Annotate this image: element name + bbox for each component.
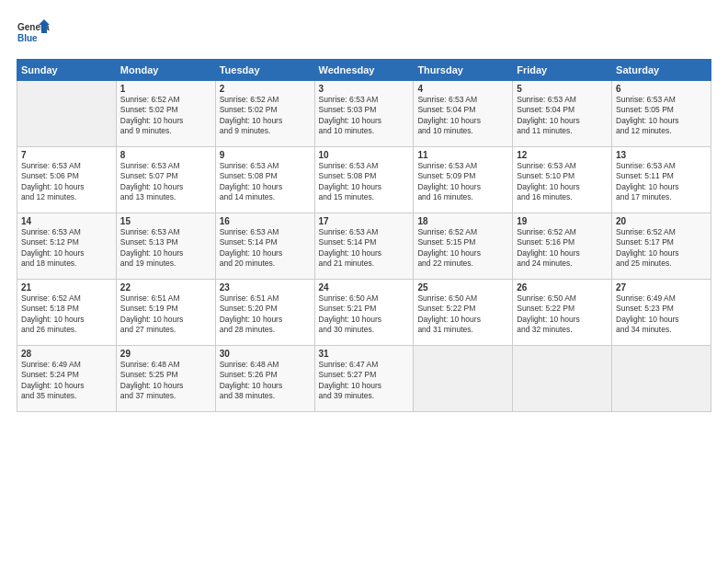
day-number: 23 [220,282,311,293]
day-info: Sunrise: 6:52 AM Sunset: 5:02 PM Dayligh… [120,95,211,137]
day-info: Sunrise: 6:53 AM Sunset: 5:13 PM Dayligh… [120,227,211,270]
day-info: Sunrise: 6:53 AM Sunset: 5:06 PM Dayligh… [21,161,112,203]
calendar-cell: 1Sunrise: 6:52 AM Sunset: 5:02 PM Daylig… [116,81,215,147]
day-number: 24 [319,282,410,293]
day-info: Sunrise: 6:52 AM Sunset: 5:16 PM Dayligh… [517,227,608,270]
calendar-cell: 9Sunrise: 6:53 AM Sunset: 5:08 PM Daylig… [215,147,314,213]
day-info: Sunrise: 6:49 AM Sunset: 5:23 PM Dayligh… [616,293,707,336]
day-number: 31 [319,349,410,359]
day-number: 10 [319,150,410,160]
day-number: 2 [220,84,311,94]
calendar-cell: 11Sunrise: 6:53 AM Sunset: 5:09 PM Dayli… [414,147,513,213]
calendar-cell: 2Sunrise: 6:52 AM Sunset: 5:02 PM Daylig… [215,81,314,147]
day-info: Sunrise: 6:53 AM Sunset: 5:10 PM Dayligh… [517,161,608,203]
calendar-cell: 28Sunrise: 6:49 AM Sunset: 5:24 PM Dayli… [17,346,117,412]
day-info: Sunrise: 6:53 AM Sunset: 5:14 PM Dayligh… [220,227,311,270]
day-number: 29 [120,349,211,359]
day-number: 3 [319,84,410,94]
day-info: Sunrise: 6:53 AM Sunset: 5:07 PM Dayligh… [120,161,211,203]
header-sunday: Sunday [17,60,117,81]
day-info: Sunrise: 6:51 AM Sunset: 5:19 PM Dayligh… [120,293,211,336]
calendar-cell: 5Sunrise: 6:53 AM Sunset: 5:04 PM Daylig… [513,81,612,147]
day-info: Sunrise: 6:53 AM Sunset: 5:09 PM Dayligh… [417,161,508,203]
week-row-1: 1Sunrise: 6:52 AM Sunset: 5:02 PM Daylig… [17,81,711,147]
header-friday: Friday [513,60,612,81]
calendar-cell: 19Sunrise: 6:52 AM Sunset: 5:16 PM Dayli… [513,213,612,280]
week-row-4: 21Sunrise: 6:52 AM Sunset: 5:18 PM Dayli… [17,280,711,346]
calendar-cell: 24Sunrise: 6:50 AM Sunset: 5:21 PM Dayli… [314,280,414,346]
day-info: Sunrise: 6:48 AM Sunset: 5:26 PM Dayligh… [220,360,311,402]
calendar-cell: 8Sunrise: 6:53 AM Sunset: 5:07 PM Daylig… [116,147,215,213]
day-number: 19 [517,216,608,226]
calendar-cell: 14Sunrise: 6:53 AM Sunset: 5:12 PM Dayli… [17,213,117,280]
calendar-cell: 4Sunrise: 6:53 AM Sunset: 5:04 PM Daylig… [414,81,513,147]
day-info: Sunrise: 6:52 AM Sunset: 5:18 PM Dayligh… [21,293,112,336]
day-number: 28 [21,349,112,359]
day-info: Sunrise: 6:52 AM Sunset: 5:17 PM Dayligh… [616,227,707,270]
calendar-cell: 7Sunrise: 6:53 AM Sunset: 5:06 PM Daylig… [17,147,117,213]
svg-text:Blue: Blue [17,33,38,43]
calendar-cell: 15Sunrise: 6:53 AM Sunset: 5:13 PM Dayli… [116,213,215,280]
day-info: Sunrise: 6:53 AM Sunset: 5:03 PM Dayligh… [319,95,410,137]
calendar-table: SundayMondayTuesdayWednesdayThursdayFrid… [17,59,711,412]
day-info: Sunrise: 6:53 AM Sunset: 5:14 PM Dayligh… [319,227,410,270]
day-number: 27 [616,282,707,293]
calendar-cell: 29Sunrise: 6:48 AM Sunset: 5:25 PM Dayli… [116,346,215,412]
day-info: Sunrise: 6:47 AM Sunset: 5:27 PM Dayligh… [319,360,410,402]
day-number: 26 [517,282,608,293]
header-wednesday: Wednesday [314,60,414,81]
calendar-cell: 27Sunrise: 6:49 AM Sunset: 5:23 PM Dayli… [612,280,711,346]
day-number: 30 [220,349,311,359]
day-info: Sunrise: 6:53 AM Sunset: 5:12 PM Dayligh… [21,227,112,270]
day-number: 14 [21,216,112,226]
week-row-3: 14Sunrise: 6:53 AM Sunset: 5:12 PM Dayli… [17,213,711,280]
day-info: Sunrise: 6:52 AM Sunset: 5:15 PM Dayligh… [417,227,508,270]
calendar-cell: 30Sunrise: 6:48 AM Sunset: 5:26 PM Dayli… [215,346,314,412]
header-monday: Monday [116,60,215,81]
logo-icon: General Blue [17,17,50,50]
calendar-cell: 16Sunrise: 6:53 AM Sunset: 5:14 PM Dayli… [215,213,314,280]
day-number: 9 [220,150,311,160]
week-row-5: 28Sunrise: 6:49 AM Sunset: 5:24 PM Dayli… [17,346,711,412]
week-row-2: 7Sunrise: 6:53 AM Sunset: 5:06 PM Daylig… [17,147,711,213]
day-info: Sunrise: 6:53 AM Sunset: 5:11 PM Dayligh… [616,161,707,203]
calendar-cell [414,346,513,412]
day-info: Sunrise: 6:53 AM Sunset: 5:05 PM Dayligh… [616,95,707,137]
day-number: 18 [417,216,508,226]
day-number: 5 [517,84,608,94]
day-info: Sunrise: 6:49 AM Sunset: 5:24 PM Dayligh… [21,360,112,402]
calendar-cell: 25Sunrise: 6:50 AM Sunset: 5:22 PM Dayli… [414,280,513,346]
day-number: 12 [517,150,608,160]
calendar-cell: 6Sunrise: 6:53 AM Sunset: 5:05 PM Daylig… [612,81,711,147]
day-info: Sunrise: 6:52 AM Sunset: 5:02 PM Dayligh… [220,95,311,137]
header-saturday: Saturday [612,60,711,81]
logo: General Blue [17,17,50,50]
header-row: SundayMondayTuesdayWednesdayThursdayFrid… [17,60,711,81]
day-number: 20 [616,216,707,226]
calendar-cell: 17Sunrise: 6:53 AM Sunset: 5:14 PM Dayli… [314,213,414,280]
day-info: Sunrise: 6:53 AM Sunset: 5:04 PM Dayligh… [517,95,608,137]
day-number: 7 [21,150,112,160]
header-thursday: Thursday [414,60,513,81]
calendar-cell: 10Sunrise: 6:53 AM Sunset: 5:08 PM Dayli… [314,147,414,213]
day-number: 25 [417,282,508,293]
day-number: 16 [220,216,311,226]
day-info: Sunrise: 6:48 AM Sunset: 5:25 PM Dayligh… [120,360,211,402]
calendar-cell: 18Sunrise: 6:52 AM Sunset: 5:15 PM Dayli… [414,213,513,280]
day-number: 17 [319,216,410,226]
calendar-cell: 31Sunrise: 6:47 AM Sunset: 5:27 PM Dayli… [314,346,414,412]
day-number: 13 [616,150,707,160]
calendar-cell: 20Sunrise: 6:52 AM Sunset: 5:17 PM Dayli… [612,213,711,280]
page-header: General Blue [17,17,711,50]
day-number: 4 [417,84,508,94]
day-number: 11 [417,150,508,160]
day-number: 21 [21,282,112,293]
calendar-cell [612,346,711,412]
day-info: Sunrise: 6:53 AM Sunset: 5:04 PM Dayligh… [417,95,508,137]
calendar-cell [17,81,117,147]
calendar-cell [513,346,612,412]
day-info: Sunrise: 6:53 AM Sunset: 5:08 PM Dayligh… [319,161,410,203]
day-number: 22 [120,282,211,293]
day-number: 15 [120,216,211,226]
day-info: Sunrise: 6:53 AM Sunset: 5:08 PM Dayligh… [220,161,311,203]
